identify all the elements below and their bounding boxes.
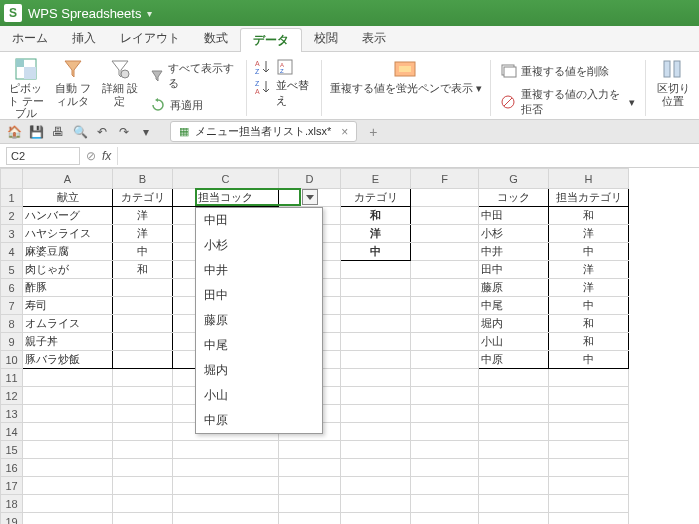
cell-E19[interactable] xyxy=(341,513,411,525)
remove-dup-button[interactable]: 重複する値を削除 xyxy=(499,62,637,80)
cell-B14[interactable] xyxy=(113,423,173,441)
cell-B6[interactable] xyxy=(113,279,173,297)
row-header-14[interactable]: 14 xyxy=(1,423,23,441)
menu-校閲[interactable]: 校閲 xyxy=(302,26,350,51)
select-all[interactable] xyxy=(1,169,23,189)
dropdown-item[interactable]: 中尾 xyxy=(196,333,322,358)
dropdown-item[interactable]: 田中 xyxy=(196,283,322,308)
row-header-7[interactable]: 7 xyxy=(1,297,23,315)
cell-B4[interactable]: 中 xyxy=(113,243,173,261)
row-header-5[interactable]: 5 xyxy=(1,261,23,279)
cell-A14[interactable] xyxy=(23,423,113,441)
cell-A17[interactable] xyxy=(23,477,113,495)
cell-F17[interactable] xyxy=(411,477,479,495)
home-icon[interactable]: 🏠 xyxy=(6,124,22,140)
cell-B8[interactable] xyxy=(113,315,173,333)
col-header-F[interactable]: F xyxy=(411,169,479,189)
cell-B16[interactable] xyxy=(113,459,173,477)
cell-C16[interactable] xyxy=(173,459,279,477)
cell-C19[interactable] xyxy=(173,513,279,525)
cell-A2[interactable]: ハンバーグ xyxy=(23,207,113,225)
split-button[interactable]: 区切り 位置 xyxy=(654,56,693,107)
cell-H18[interactable] xyxy=(549,495,629,513)
cell-D15[interactable] xyxy=(279,441,341,459)
cell-H8[interactable]: 和 xyxy=(549,315,629,333)
pivot-table-button[interactable]: ピボット テーブル xyxy=(6,56,45,120)
row-header-6[interactable]: 6 xyxy=(1,279,23,297)
cell-E9[interactable] xyxy=(341,333,411,351)
cell-E2[interactable]: 和 xyxy=(341,207,411,225)
col-header-E[interactable]: E xyxy=(341,169,411,189)
grid[interactable]: ABCDEFGH1献立カテゴリ担当コックカテゴリコック担当カテゴリ2ハンバーグ洋… xyxy=(0,168,699,524)
cell-E12[interactable] xyxy=(341,387,411,405)
cell-F13[interactable] xyxy=(411,405,479,423)
cell-G19[interactable] xyxy=(479,513,549,525)
cell-B11[interactable] xyxy=(113,369,173,387)
cell-D17[interactable] xyxy=(279,477,341,495)
cell-E4[interactable]: 中 xyxy=(341,243,411,261)
menu-表示[interactable]: 表示 xyxy=(350,26,398,51)
dropdown-item[interactable]: 小杉 xyxy=(196,233,322,258)
fx-icon[interactable]: fx xyxy=(102,149,111,163)
cell-G18[interactable] xyxy=(479,495,549,513)
cell-H9[interactable]: 和 xyxy=(549,333,629,351)
menu-レイアウト[interactable]: レイアウト xyxy=(108,26,192,51)
cell-C18[interactable] xyxy=(173,495,279,513)
redo-icon[interactable]: ↷ xyxy=(116,124,132,140)
cell-E8[interactable] xyxy=(341,315,411,333)
cell-E14[interactable] xyxy=(341,423,411,441)
cell-G1[interactable]: コック xyxy=(479,189,549,207)
cell-F19[interactable] xyxy=(411,513,479,525)
col-header-A[interactable]: A xyxy=(23,169,113,189)
row-header-17[interactable]: 17 xyxy=(1,477,23,495)
show-all-button[interactable]: すべて表示する xyxy=(148,60,238,92)
row-header-11[interactable]: 11 xyxy=(1,369,23,387)
cell-E6[interactable] xyxy=(341,279,411,297)
cell-A18[interactable] xyxy=(23,495,113,513)
cell-H2[interactable]: 和 xyxy=(549,207,629,225)
cell-F8[interactable] xyxy=(411,315,479,333)
dropdown-item[interactable]: 藤原 xyxy=(196,308,322,333)
cell-B13[interactable] xyxy=(113,405,173,423)
menu-データ[interactable]: データ xyxy=(240,28,302,52)
cell-E13[interactable] xyxy=(341,405,411,423)
cell-H1[interactable]: 担当カテゴリ xyxy=(549,189,629,207)
cell-F5[interactable] xyxy=(411,261,479,279)
col-header-G[interactable]: G xyxy=(479,169,549,189)
cell-H4[interactable]: 中 xyxy=(549,243,629,261)
cell-G13[interactable] xyxy=(479,405,549,423)
reapply-button[interactable]: 再適用 xyxy=(148,96,238,114)
accept-icon[interactable]: ⊘ xyxy=(86,149,96,163)
cell-A6[interactable]: 酢豚 xyxy=(23,279,113,297)
save-icon[interactable]: 💾 xyxy=(28,124,44,140)
dropdown-item[interactable]: 中原 xyxy=(196,408,322,433)
cell-F1[interactable] xyxy=(411,189,479,207)
cell-A10[interactable]: 豚バラ炒飯 xyxy=(23,351,113,369)
cell-H19[interactable] xyxy=(549,513,629,525)
cell-E5[interactable] xyxy=(341,261,411,279)
cell-C1[interactable]: 担当コック xyxy=(173,189,279,207)
cell-F18[interactable] xyxy=(411,495,479,513)
cell-F11[interactable] xyxy=(411,369,479,387)
cell-A19[interactable] xyxy=(23,513,113,525)
cell-H5[interactable]: 洋 xyxy=(549,261,629,279)
cell-A11[interactable] xyxy=(23,369,113,387)
dropdown-item[interactable]: 小山 xyxy=(196,383,322,408)
cell-A5[interactable]: 肉じゃが xyxy=(23,261,113,279)
cell-A1[interactable]: 献立 xyxy=(23,189,113,207)
cell-F10[interactable] xyxy=(411,351,479,369)
cell-G16[interactable] xyxy=(479,459,549,477)
cell-G7[interactable]: 中尾 xyxy=(479,297,549,315)
cell-F4[interactable] xyxy=(411,243,479,261)
cell-E7[interactable] xyxy=(341,297,411,315)
menu-数式[interactable]: 数式 xyxy=(192,26,240,51)
cell-A13[interactable] xyxy=(23,405,113,423)
cell-E16[interactable] xyxy=(341,459,411,477)
row-header-16[interactable]: 16 xyxy=(1,459,23,477)
col-header-H[interactable]: H xyxy=(549,169,629,189)
cell-F2[interactable] xyxy=(411,207,479,225)
dropdown-item[interactable]: 堀内 xyxy=(196,358,322,383)
cell-G14[interactable] xyxy=(479,423,549,441)
cell-E1[interactable]: カテゴリ xyxy=(341,189,411,207)
sort-dialog-icon[interactable]: AZ xyxy=(276,58,294,76)
